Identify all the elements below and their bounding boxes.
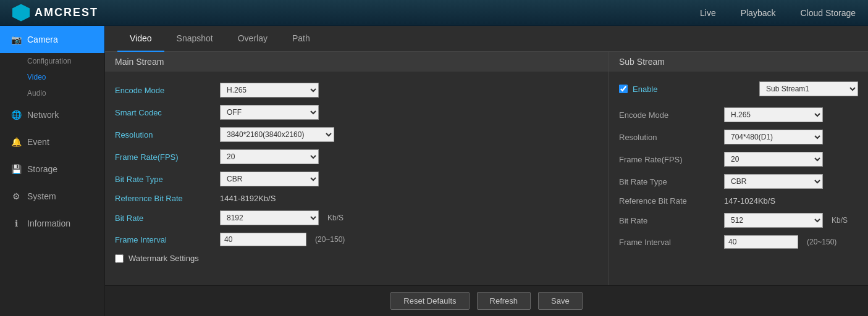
frame-rate-label: Frame Rate(FPS) bbox=[115, 152, 214, 162]
tabs: Video Snapshot Overlay Path bbox=[105, 26, 868, 52]
frame-interval-row: Frame Interval (20~150) bbox=[115, 229, 599, 250]
frame-rate-row: Frame Rate(FPS) 20 bbox=[115, 146, 599, 168]
tab-overlay[interactable]: Overlay bbox=[225, 26, 280, 52]
system-icon: ⚙ bbox=[10, 190, 22, 202]
nav-live[interactable]: Live bbox=[700, 8, 716, 18]
tab-video[interactable]: Video bbox=[117, 26, 164, 52]
sidebar: 📷 Camera Configuration Video Audio 🌐 Net… bbox=[0, 26, 105, 316]
reference-bit-rate-row: Reference Bit Rate 1441-8192Kb/S bbox=[115, 190, 599, 207]
sub-resolution-label: Resolution bbox=[619, 133, 718, 142]
bit-rate-row: Bit Rate 8192 Kb/S bbox=[115, 207, 599, 229]
event-icon: 🔔 bbox=[10, 136, 22, 148]
sub-stream-selector[interactable]: Sub Stream1 Sub Stream2 bbox=[759, 81, 858, 96]
sub-bit-rate-select[interactable]: 512 bbox=[724, 213, 823, 228]
main-stream-panel: Main Stream Encode Mode H.265 Smart Code… bbox=[105, 52, 609, 285]
sub-bit-rate-type-label: Bit Rate Type bbox=[619, 177, 718, 186]
bit-rate-type-select[interactable]: CBR bbox=[220, 172, 319, 186]
sub-bit-rate-row: Bit Rate 512 Kb/S bbox=[619, 209, 858, 231]
content-area: Video Snapshot Overlay Path Main Stream … bbox=[105, 26, 868, 316]
sub-frame-interval-row: Frame Interval (20~150) bbox=[619, 231, 858, 252]
logo-icon bbox=[12, 4, 30, 22]
bit-rate-unit: Kb/S bbox=[327, 214, 343, 222]
sidebar-item-system[interactable]: ⚙ System bbox=[0, 183, 104, 210]
save-button[interactable]: Save bbox=[538, 292, 583, 310]
sub-stream-header: Sub Stream bbox=[609, 52, 868, 72]
sidebar-item-information[interactable]: ℹ Information bbox=[0, 210, 104, 237]
network-icon: 🌐 bbox=[10, 109, 22, 121]
nav-playback[interactable]: Playback bbox=[741, 8, 776, 18]
sub-stream-enable-label: Enable bbox=[633, 85, 657, 94]
bit-rate-type-row: Bit Rate Type CBR bbox=[115, 168, 599, 190]
encode-mode-select[interactable]: H.265 bbox=[220, 83, 319, 98]
storage-icon: 💾 bbox=[10, 163, 22, 175]
sub-frame-interval-input[interactable] bbox=[724, 235, 798, 249]
sidebar-sub-audio[interactable]: Audio bbox=[0, 85, 104, 101]
sub-encode-mode-row: Encode Mode H.265 bbox=[619, 104, 858, 126]
sub-resolution-row: Resolution 704*480(D1) bbox=[619, 126, 858, 148]
sidebar-item-event[interactable]: 🔔 Event bbox=[0, 128, 104, 156]
sub-stream-enable-checkbox[interactable] bbox=[619, 85, 628, 93]
frame-interval-label: Frame Interval bbox=[115, 235, 214, 244]
smart-codec-label: Smart Codec bbox=[115, 108, 214, 117]
bottom-bar: Reset Defaults Refresh Save bbox=[105, 285, 868, 316]
bit-rate-select[interactable]: 8192 bbox=[220, 210, 319, 225]
bit-rate-type-label: Bit Rate Type bbox=[115, 175, 214, 184]
resolution-select[interactable]: 3840*2160(3840x2160) bbox=[220, 127, 334, 142]
resolution-row: Resolution 3840*2160(3840x2160) bbox=[115, 123, 599, 146]
main-stream-header: Main Stream bbox=[105, 52, 609, 72]
watermark-checkbox[interactable] bbox=[115, 254, 124, 263]
top-nav: AMCREST Live Playback Cloud Storage bbox=[0, 0, 868, 26]
sidebar-sub-video[interactable]: Video bbox=[0, 69, 104, 85]
reference-bit-rate-value: 1441-8192Kb/S bbox=[220, 194, 276, 203]
nav-cloud-storage[interactable]: Cloud Storage bbox=[800, 8, 856, 18]
sidebar-item-camera[interactable]: 📷 Camera bbox=[0, 26, 104, 53]
frame-interval-input[interactable] bbox=[220, 233, 306, 246]
resolution-label: Resolution bbox=[115, 130, 214, 139]
sub-frame-rate-row: Frame Rate(FPS) 20 bbox=[619, 148, 858, 170]
reference-bit-rate-label: Reference Bit Rate bbox=[115, 194, 214, 203]
sub-bit-rate-unit: Kb/S bbox=[832, 216, 848, 225]
information-icon: ℹ bbox=[10, 217, 22, 230]
bit-rate-label: Bit Rate bbox=[115, 214, 214, 223]
watermark-label: Watermark Settings bbox=[129, 254, 199, 263]
encode-mode-label: Encode Mode bbox=[115, 86, 214, 95]
sub-bit-rate-type-select[interactable]: CBR bbox=[724, 174, 823, 189]
sub-bit-rate-type-row: Bit Rate Type CBR bbox=[619, 170, 858, 193]
camera-icon: 📷 bbox=[10, 33, 22, 46]
sidebar-sub-configuration[interactable]: Configuration bbox=[0, 53, 104, 69]
logo: AMCREST bbox=[12, 4, 700, 22]
frame-interval-hint: (20~150) bbox=[315, 235, 345, 244]
sub-frame-rate-select[interactable]: 20 bbox=[724, 152, 823, 167]
sub-reference-bit-rate-row: Reference Bit Rate 147-1024Kb/S bbox=[619, 193, 858, 209]
sidebar-item-storage[interactable]: 💾 Storage bbox=[0, 156, 104, 183]
tab-path[interactable]: Path bbox=[280, 26, 322, 52]
sub-frame-interval-hint: (20~150) bbox=[807, 238, 836, 246]
sub-encode-mode-select[interactable]: H.265 bbox=[724, 107, 823, 122]
sub-bit-rate-label: Bit Rate bbox=[619, 216, 718, 225]
smart-codec-row: Smart Codec OFF bbox=[115, 101, 599, 123]
smart-codec-select[interactable]: OFF bbox=[220, 105, 319, 120]
sub-frame-interval-label: Frame Interval bbox=[619, 238, 718, 247]
refresh-button[interactable]: Refresh bbox=[477, 292, 531, 310]
tab-snapshot[interactable]: Snapshot bbox=[164, 26, 225, 52]
reset-defaults-button[interactable]: Reset Defaults bbox=[390, 292, 469, 310]
sidebar-item-network[interactable]: 🌐 Network bbox=[0, 101, 104, 128]
sub-frame-rate-label: Frame Rate(FPS) bbox=[619, 155, 718, 164]
sub-reference-bit-rate-label: Reference Bit Rate bbox=[619, 196, 718, 206]
sub-stream-enable-row: Enable Sub Stream1 Sub Stream2 bbox=[609, 77, 868, 101]
sub-resolution-select[interactable]: 704*480(D1) bbox=[724, 130, 823, 144]
sub-encode-mode-label: Encode Mode bbox=[619, 110, 718, 120]
sub-reference-bit-rate-value: 147-1024Kb/S bbox=[724, 196, 775, 206]
encode-mode-row: Encode Mode H.265 bbox=[115, 79, 599, 101]
frame-rate-select[interactable]: 20 bbox=[220, 149, 319, 164]
sub-stream-panel: Sub Stream Enable Sub Stream1 Sub Stream… bbox=[609, 52, 868, 285]
watermark-row: Watermark Settings bbox=[115, 250, 599, 267]
